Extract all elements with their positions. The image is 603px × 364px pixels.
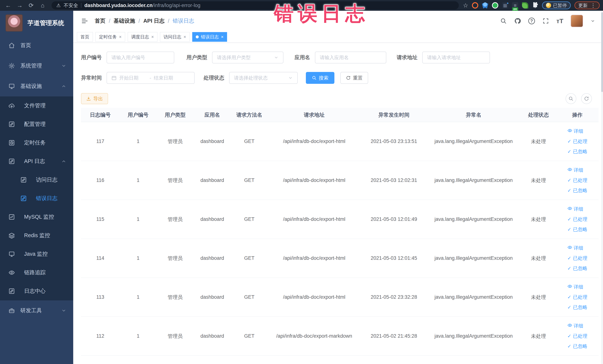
sidebar-item-8[interactable]: 错误日志 [0,189,73,208]
reload-icon[interactable]: ⟳ [26,1,36,10]
table-cell: 116 [81,177,120,183]
tag-1[interactable]: 定时任务 × [95,32,125,42]
tag-2[interactable]: 调度日志 × [128,32,157,42]
end-date-placeholder[interactable]: 结束日期 [154,75,182,81]
search-button[interactable]: 搜索 [306,72,334,84]
action-详细[interactable]: 详细 [568,128,583,134]
bookmark-star-icon[interactable]: ☆ [463,2,468,9]
process-status-select[interactable]: 请选择处理状态 [229,72,298,84]
chevron-down-icon[interactable] [590,19,595,23]
action-详细[interactable]: 详细 [568,284,583,290]
close-icon[interactable]: × [184,35,186,39]
app-name-field[interactable] [320,55,382,60]
breadcrumb-separator: / [168,18,169,24]
action-已忽略[interactable]: ✓已忽略 [568,148,587,155]
tag-4[interactable]: 错误日志 × [192,32,227,42]
orange-ring-extension-icon[interactable] [472,2,478,9]
browser-menu-icon[interactable]: ⋮ [591,2,596,9]
app-name-input[interactable] [315,52,386,63]
sidebar-item-1[interactable]: 系统管理 [0,56,73,76]
action-已忽略[interactable]: ✓已忽略 [568,265,587,272]
request-url-field[interactable] [427,55,485,60]
grid-extension-icon[interactable] [502,2,508,9]
close-icon[interactable]: × [151,35,154,39]
sidebar-item-5[interactable]: 定时任务 [0,133,73,152]
sidebar-item-13[interactable]: 日志中心 [0,282,73,300]
toggle-search-button[interactable] [566,93,576,104]
action-已处理[interactable]: ✓已处理 [568,138,587,145]
action-已处理[interactable]: ✓已处理 [568,255,587,261]
logo-row[interactable]: 芋道管理系统 [0,11,73,35]
green-leaf-extension-icon[interactable] [522,2,528,9]
action-详细[interactable]: 详细 [568,245,583,251]
action-已忽略[interactable]: ✓已忽略 [568,304,587,311]
sidebar-item-2[interactable]: 基础设施 [0,76,73,96]
paused-badge[interactable]: 已暂停 [542,1,571,9]
breadcrumb-item[interactable]: 基础设施 [114,17,135,25]
user-id-input[interactable] [107,52,174,63]
refresh-button[interactable] [581,93,592,104]
breadcrumb-item[interactable]: 首页 [95,17,105,25]
sidebar-item-11[interactable]: Java 监控 [0,245,73,263]
scrollbar-thumb[interactable] [601,12,603,92]
export-button-label: 导出 [93,95,103,102]
chevron-up-icon [61,84,66,89]
close-icon[interactable]: × [221,35,223,39]
avatar[interactable] [571,15,583,27]
action-详细[interactable]: 详细 [568,206,583,212]
update-button[interactable]: 更新 ⋮ [574,1,600,9]
breadcrumb-item[interactable]: API 日志 [143,17,164,25]
sidebar-item-3[interactable]: 文件管理 [0,96,73,115]
chevron-up-icon [61,159,66,164]
reset-button[interactable]: 重置 [340,72,368,84]
user-id-field[interactable] [111,55,169,60]
action-详细[interactable]: 详细 [568,323,583,329]
green-check-extension-icon[interactable] [492,2,498,9]
sidebar-item-0[interactable]: 首页 [0,35,73,56]
sidebar-item-label: 访问日志 [36,176,58,184]
action-已忽略[interactable]: ✓已忽略 [568,343,587,350]
fullscreen-icon[interactable] [542,18,549,24]
action-已处理[interactable]: ✓已处理 [568,294,587,300]
puzzle-extension-icon[interactable] [532,2,538,9]
table-row: 1161管理员dashboardGET/api/infra/db-doc/exp… [81,161,599,200]
font-size-icon[interactable]: ᴛT [557,17,563,25]
help-icon[interactable]: ? [528,18,535,24]
action-已处理[interactable]: ✓已处理 [568,216,587,223]
user-type-select[interactable]: 请选择用户类型 [212,52,283,63]
date-range-picker[interactable]: 开始日期 - 结束日期 [107,72,195,84]
blue-shield-extension-icon[interactable] [482,2,488,9]
table-cell: 117 [81,139,120,144]
close-icon[interactable]: × [119,35,122,39]
sidebar-item-10[interactable]: Redis 监控 [0,226,73,245]
home-icon[interactable]: ⌂ [38,1,47,10]
action-已处理[interactable]: ✓已处理 [568,177,587,184]
table-cell: dashboard [194,216,231,222]
scrollbar[interactable] [601,11,603,364]
sidebar-item-7[interactable]: 访问日志 [0,171,73,189]
action-详细[interactable]: 详细 [568,167,583,173]
action-已忽略[interactable]: ✓已忽略 [568,226,587,233]
sidebar-item-14[interactable]: 研发工具 [0,300,73,321]
hamburger-icon[interactable] [81,17,88,25]
on-badge-extension-icon[interactable]: on [512,2,518,9]
column-header: 应用名 [194,111,231,118]
export-button[interactable]: 导出 [81,93,108,104]
sidebar-item-4[interactable]: 配置管理 [0,115,73,133]
search-icon[interactable] [500,18,507,24]
github-icon[interactable] [514,18,521,24]
action-已处理[interactable]: ✓已处理 [568,333,587,339]
start-date-placeholder[interactable]: 开始日期 [119,75,147,81]
sidebar-item-6[interactable]: API 日志 [0,152,73,171]
tag-0[interactable]: 首页 [77,32,93,42]
sidebar-item-9[interactable]: MySQL 监控 [0,208,73,226]
address-bar[interactable]: ⚠ 不安全 dashboard.yudao.iocoder.cn/infra/l… [52,1,459,10]
forward-icon[interactable]: → [15,1,24,10]
table-cell: GET [231,177,268,183]
back-icon[interactable]: ← [3,1,13,10]
table-cell: java.lang.IllegalArgumentException [427,294,520,300]
sidebar-item-12[interactable]: 链路追踪 [0,263,73,282]
request-url-input[interactable] [422,52,490,63]
tag-3[interactable]: 访问日志 × [160,32,190,42]
action-已忽略[interactable]: ✓已忽略 [568,187,587,194]
